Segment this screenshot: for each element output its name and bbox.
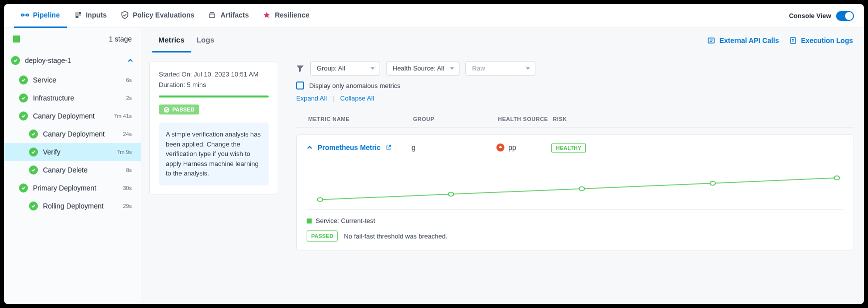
tree-item-service[interactable]: Service 6s <box>4 71 141 89</box>
tree-item-duration: 29s <box>123 203 132 209</box>
check-icon <box>164 107 169 112</box>
threshold-row: PASSED No fail-fast threshold was breach… <box>307 230 844 242</box>
metric-name-cell[interactable]: Prometheus Metric <box>307 144 412 152</box>
svg-point-11 <box>834 176 840 180</box>
stage-tree: Service 6s Infrastructure 2s Canary Depl… <box>4 71 141 215</box>
info-panel: Started On: Jul 10, 2023 10:51 AM Durati… <box>141 53 286 304</box>
progress-bar <box>159 96 269 98</box>
tab-pipeline[interactable]: Pipeline <box>14 4 67 28</box>
metric-risk-cell: HEALTHY <box>551 143 586 152</box>
chevron-up-icon <box>127 57 134 64</box>
threshold-text: No fail-fast threshold was breached. <box>344 232 447 240</box>
duration: Duration: 5 mins <box>159 81 269 88</box>
console-view-text: Console View <box>789 12 831 20</box>
legend-text: Service: Current-test <box>316 217 375 224</box>
tree-item-infrastructure[interactable]: Infrastructure 2s <box>4 89 141 107</box>
console-view-toggle-label: Console View <box>789 11 854 21</box>
metric-card: Prometheus Metric g pp HEALTHY <box>296 134 854 251</box>
top-tab-bar: Pipeline Inputs Policy Evaluations Artif… <box>4 4 864 28</box>
expand-collapse-links: Expand All | Collapse All <box>296 94 854 102</box>
tree-item-canary-deployment-sub[interactable]: Canary Deployment 24s <box>4 125 141 143</box>
artifacts-icon <box>208 11 216 19</box>
execution-logs-link[interactable]: Execution Logs <box>789 36 853 44</box>
svg-rect-4 <box>708 38 714 43</box>
api-icon <box>707 36 715 44</box>
chart-area: Service: Current-test PASSED No fail-fas… <box>297 160 854 250</box>
console-view-toggle[interactable] <box>836 11 854 21</box>
tree-item-canary-delete[interactable]: Canary Delete 8s <box>4 161 141 179</box>
col-risk: RISK <box>553 116 603 122</box>
tab-logs[interactable]: Logs <box>191 28 221 52</box>
execution-logs-label: Execution Logs <box>801 36 853 44</box>
metrics-panel: Group: All Health Source: All Raw Displa… <box>286 53 864 304</box>
tree-item-label: Primary Deployment <box>33 184 118 192</box>
tree-item-rolling-deployment[interactable]: Rolling Deployment 29s <box>4 197 141 215</box>
filter-row: Group: All Health Source: All Raw <box>296 61 854 76</box>
tab-policy-label: Policy Evaluations <box>133 11 195 19</box>
chevron-up-icon <box>307 144 313 150</box>
check-icon <box>19 112 28 120</box>
collapse-all-link[interactable]: Collapse All <box>340 94 374 102</box>
tree-item-label: Verify <box>43 148 112 156</box>
check-icon <box>19 184 28 192</box>
metric-health-text: pp <box>508 144 516 152</box>
tree-item-canary-deployment[interactable]: Canary Deployment 7m 41s <box>4 107 141 125</box>
tree-item-duration: 2s <box>126 95 132 101</box>
tab-inputs[interactable]: Inputs <box>67 4 114 28</box>
stage-header[interactable]: deploy-stage-1 <box>4 50 141 71</box>
anomalous-checkbox-row: Display only anomalous metrics <box>296 82 854 90</box>
prometheus-icon <box>496 144 504 152</box>
tree-item-duration: 7m 9s <box>117 149 132 155</box>
filter-icon[interactable] <box>296 64 304 72</box>
resilience-icon <box>263 11 271 19</box>
tree-item-primary-deployment[interactable]: Primary Deployment 30s <box>4 179 141 197</box>
logs-icon <box>789 36 797 44</box>
svg-point-10 <box>710 182 716 186</box>
tree-item-duration: 24s <box>123 131 132 137</box>
check-icon <box>19 94 28 102</box>
stage-name: deploy-stage-1 <box>25 56 122 64</box>
secondary-tab-bar: Metrics Logs External API Calls Executio… <box>141 28 864 53</box>
stage-count: 1 stage <box>109 35 132 43</box>
tree-item-label: Infrastructure <box>33 94 121 102</box>
passed-text: PASSED <box>172 106 194 112</box>
policy-icon <box>121 11 129 19</box>
tab-artifacts-label: Artifacts <box>220 11 249 19</box>
svg-rect-5 <box>791 38 796 44</box>
tree-item-label: Canary Deployment <box>33 112 109 120</box>
legend-color-icon <box>307 218 312 224</box>
col-metric-name: METRIC NAME <box>308 116 413 122</box>
tree-item-label: Canary Deployment <box>43 130 118 138</box>
tab-inputs-label: Inputs <box>86 11 107 19</box>
tree-item-label: Service <box>33 76 121 84</box>
tab-pipeline-label: Pipeline <box>33 11 60 19</box>
metric-row: Prometheus Metric g pp HEALTHY <box>297 135 854 160</box>
expand-all-link[interactable]: Expand All <box>296 94 327 102</box>
tab-metrics[interactable]: Metrics <box>152 28 191 52</box>
chart-legend: Service: Current-test <box>307 217 844 224</box>
health-source-dropdown[interactable]: Health Source: All <box>386 61 459 76</box>
stage-sidebar: 1 stage deploy-stage-1 Service 6s Infras… <box>4 28 141 304</box>
svg-point-3 <box>76 16 77 18</box>
tab-artifacts[interactable]: Artifacts <box>201 4 256 28</box>
external-api-calls-link[interactable]: External API Calls <box>707 36 779 44</box>
raw-dropdown[interactable]: Raw <box>465 61 535 76</box>
stage-count-row: 1 stage <box>4 28 141 50</box>
tree-item-duration: 30s <box>123 185 132 191</box>
svg-point-8 <box>448 192 454 196</box>
check-icon <box>19 76 28 84</box>
external-api-label: External API Calls <box>719 36 779 44</box>
svg-point-2 <box>79 12 80 14</box>
passed-outline-badge: PASSED <box>307 230 338 242</box>
tree-item-verify[interactable]: Verify 7m 9s <box>4 143 141 161</box>
info-description: A simple verification analysis has been … <box>159 122 269 186</box>
anomalous-checkbox[interactable] <box>296 82 304 90</box>
check-icon <box>29 130 38 138</box>
tab-resilience[interactable]: Resilience <box>256 4 316 28</box>
tab-policy[interactable]: Policy Evaluations <box>114 4 202 28</box>
risk-badge: HEALTHY <box>551 143 586 153</box>
stage-status-icon <box>13 36 20 42</box>
col-health-source: HEALTH SOURCE <box>498 116 553 122</box>
tree-item-label: Canary Delete <box>43 166 121 174</box>
group-dropdown[interactable]: Group: All <box>310 61 380 76</box>
